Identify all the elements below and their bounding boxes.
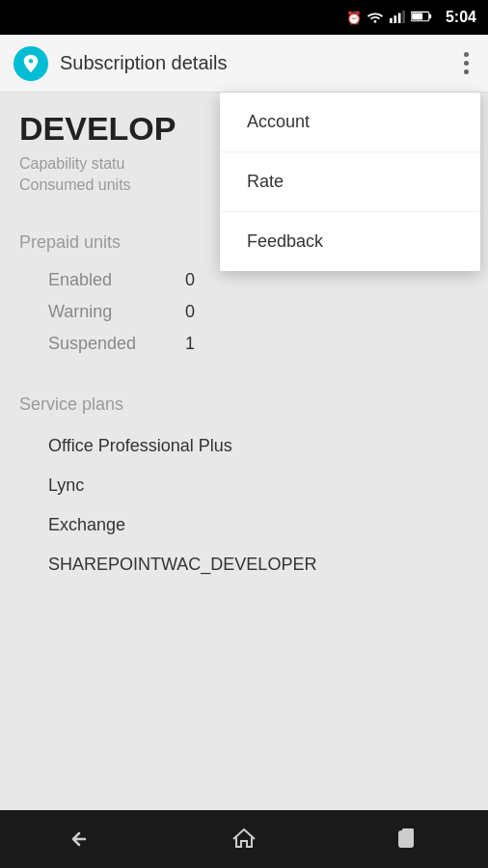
svg-rect-6 — [412, 13, 422, 19]
menu-item-feedback[interactable]: Feedback — [220, 212, 480, 271]
warning-row: Warning 0 — [19, 296, 469, 328]
menu-item-account[interactable]: Account — [220, 93, 480, 152]
suspended-label: Suspended — [48, 334, 174, 354]
suspended-value: 1 — [185, 334, 195, 354]
home-button[interactable] — [215, 820, 273, 858]
svg-rect-9 — [403, 828, 413, 842]
status-time: 5:04 — [446, 9, 476, 26]
svg-point-0 — [374, 20, 377, 23]
svg-rect-4 — [402, 10, 405, 22]
warning-value: 0 — [185, 302, 195, 322]
enabled-label: Enabled — [48, 270, 174, 290]
warning-label: Warning — [48, 302, 174, 322]
signal-icon — [389, 10, 406, 26]
dropdown-menu: Account Rate Feedback — [220, 93, 480, 271]
service-plans-section-title: Service plans — [19, 394, 469, 415]
service-item-2: Exchange — [19, 505, 469, 545]
nav-bar — [0, 810, 488, 868]
svg-rect-3 — [398, 13, 401, 23]
clock-icon: ⏰ — [346, 11, 362, 25]
svg-rect-7 — [429, 14, 431, 18]
more-options-button[interactable] — [458, 48, 474, 78]
status-icons: ⏰ — [346, 10, 432, 26]
enabled-value: 0 — [185, 270, 195, 290]
service-item-3: SHAREPOINTWAC_DEVELOPER — [19, 545, 469, 584]
page-title: Subscription details — [60, 52, 458, 74]
wifi-icon — [366, 10, 384, 26]
back-button[interactable] — [52, 820, 110, 858]
app-icon — [14, 46, 48, 81]
menu-item-rate[interactable]: Rate — [220, 152, 480, 212]
svg-rect-2 — [393, 15, 396, 23]
battery-icon — [411, 11, 432, 25]
status-bar: ⏰ 5:04 — [0, 0, 488, 35]
toolbar: Subscription details — [0, 35, 488, 93]
service-item-1: Lync — [19, 466, 469, 505]
recents-button[interactable] — [378, 820, 436, 858]
suspended-row: Suspended 1 — [19, 328, 469, 360]
service-item-0: Office Professional Plus — [19, 426, 469, 466]
svg-rect-1 — [390, 17, 393, 22]
